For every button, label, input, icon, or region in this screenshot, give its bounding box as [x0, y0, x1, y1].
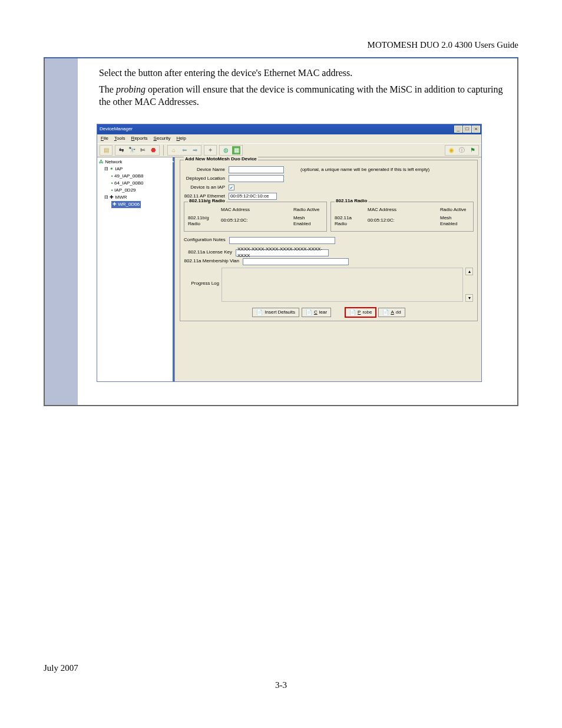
forward-icon[interactable]: ➡: [191, 146, 199, 154]
device-name-input[interactable]: [229, 166, 284, 173]
group-legend: Add New MotoMesh Duo Device: [184, 156, 258, 163]
menu-help[interactable]: Help: [177, 136, 186, 142]
mac-address-label: MAC Address: [368, 207, 429, 213]
device-tree[interactable]: 🖧 Network ⊟ ✶ IAP ▪ 49_IAP_00B8 ▪ 64_IAP…: [97, 157, 175, 381]
add-icon: 📄: [382, 309, 389, 316]
flag-icon[interactable]: ⚑: [468, 146, 477, 154]
license-key-input[interactable]: XXXX-XXXX-XXXX-XXXX-XXXX-XXXX-XXXX: [236, 249, 329, 256]
probing-em: probing: [116, 84, 146, 94]
probe-icon: 📄: [349, 309, 356, 316]
record-icon[interactable]: ◉: [447, 146, 455, 154]
clear-button[interactable]: 📄Clear: [302, 308, 331, 317]
maximize-button[interactable]: □: [463, 126, 471, 133]
footer-date: July 2007: [44, 663, 518, 673]
text: button after entering the device's Ether…: [138, 68, 353, 78]
probe-button[interactable]: 📄Probe: [345, 308, 376, 317]
binoculars-icon[interactable]: 🔭: [128, 146, 136, 154]
info-icon[interactable]: ⓘ: [458, 146, 466, 154]
defaults-icon: 📄: [256, 309, 263, 316]
progress-log-area: [222, 268, 463, 302]
text: Select the: [99, 68, 138, 78]
tree-group-iap[interactable]: ⊟ ✶ IAP: [98, 166, 173, 173]
radio-active-label: Radio Active: [293, 207, 323, 213]
menubar: File Tools Reports Security Help: [97, 134, 481, 143]
mac-address-label: MAC Address: [221, 207, 283, 213]
add-device-group: Add New MotoMesh Duo Device Device Name …: [180, 160, 478, 321]
toolbar: ▤ ⇆ 🔭 ✄ ⬣ ⌂ ⬅ ➡ ✦: [97, 143, 481, 157]
instruction-line-1: Select the button after entering the dev…: [99, 67, 505, 80]
a-radio-mac-input[interactable]: 00:05:12:0C:: [368, 218, 429, 225]
scroll-down-button[interactable]: ▾: [465, 294, 473, 302]
menu-file[interactable]: File: [101, 136, 108, 142]
refresh-nodes-icon[interactable]: ⇆: [117, 146, 125, 154]
mesh-enabled-label: Mesh Enabled: [293, 215, 323, 228]
bg-radio-label: 802.11b/g Radio: [188, 215, 219, 228]
back-icon[interactable]: ⬅: [180, 146, 189, 154]
insert-defaults-button[interactable]: 📄Insert Defaults: [252, 308, 299, 317]
progress-log-label: Progress Log: [184, 268, 219, 302]
tree-item[interactable]: ▪ 64_IAP_00B0: [98, 180, 173, 187]
window-title: DeviceManager: [100, 126, 133, 133]
text: operation will ensure that the device is…: [99, 84, 503, 107]
mesh-enabled-label: Mesh Enabled: [440, 215, 470, 228]
bg-radio-mac-input[interactable]: 00:05:12:0C:: [221, 218, 283, 225]
radio-active-label: Radio Active: [440, 207, 470, 213]
titlebar[interactable]: DeviceManager _ □ ×: [97, 124, 481, 134]
home-icon[interactable]: ⌂: [170, 146, 178, 154]
globe-icon[interactable]: ◍: [222, 146, 230, 154]
tree-group-mwr[interactable]: ⊟ ✚ MWR: [98, 194, 173, 201]
is-iap-label: Device is an IAP: [184, 185, 226, 191]
deployed-location-input[interactable]: [229, 175, 284, 182]
menu-security[interactable]: Security: [154, 136, 171, 142]
tree-root[interactable]: 🖧 Network: [98, 159, 173, 166]
clear-icon: 📄: [306, 309, 312, 316]
stop-icon[interactable]: ⬣: [149, 146, 157, 154]
bg-radio-legend: 802.11b/g Radio: [188, 198, 226, 205]
close-button[interactable]: ×: [472, 126, 480, 133]
tree-item-selected[interactable]: ✚ WR_0D06: [111, 201, 141, 208]
menu-reports[interactable]: Reports: [131, 136, 148, 142]
cut-icon[interactable]: ✄: [138, 146, 147, 154]
sheet-icon[interactable]: ▦: [232, 146, 240, 154]
devicemanager-window: DeviceManager _ □ × File Tools Reports S…: [97, 124, 482, 382]
tools-icon[interactable]: ✦: [206, 146, 214, 154]
config-notes-label: Configuration Notes: [184, 237, 227, 243]
tree-item[interactable]: ▪ 49_IAP_00B8: [98, 173, 173, 180]
config-notes-input[interactable]: [229, 237, 335, 244]
device-name-hint: (optional, a unique name will be generat…: [300, 167, 429, 173]
text: The: [99, 84, 116, 94]
new-doc-icon[interactable]: ▤: [102, 146, 110, 154]
add-button[interactable]: 📄Add: [378, 308, 405, 317]
device-name-label: Device Name: [184, 167, 226, 173]
minimize-button[interactable]: _: [454, 126, 462, 133]
header-guide: MOTOMESH DUO 2.0 4300 Users Guide: [44, 40, 518, 50]
content-frame: Select the button after entering the dev…: [44, 58, 518, 406]
deployed-location-label: Deployed Location: [184, 176, 226, 182]
ap-ethernet-input[interactable]: 00:05:12:0C:10:ce: [229, 193, 277, 200]
a-radio-label: 802.11a Radio: [335, 215, 365, 228]
menu-tools[interactable]: Tools: [114, 136, 125, 142]
a-radio-legend: 802.11a Radio: [335, 198, 368, 205]
license-key-label: 802.11a License Key: [184, 249, 233, 256]
tree-item[interactable]: ▪ IAP_0D29: [98, 187, 173, 194]
membership-vlan-label: 802.11a Membership Vlan: [184, 258, 240, 265]
instruction-line-2: The probing operation will ensure that t…: [99, 83, 505, 108]
is-iap-checkbox[interactable]: ✔: [229, 185, 234, 190]
scroll-up-button[interactable]: ▴: [465, 268, 473, 275]
form-zone: Add New MotoMesh Duo Device Device Name …: [175, 157, 481, 381]
membership-vlan-input[interactable]: [243, 258, 349, 265]
footer-page: 3-3: [44, 680, 518, 690]
left-strip: [45, 58, 78, 405]
a-radio-group: 802.11a Radio MAC Address Radio Active 8…: [330, 202, 474, 232]
bg-radio-group: 802.11b/g Radio MAC Address Radio Active…: [184, 202, 327, 232]
